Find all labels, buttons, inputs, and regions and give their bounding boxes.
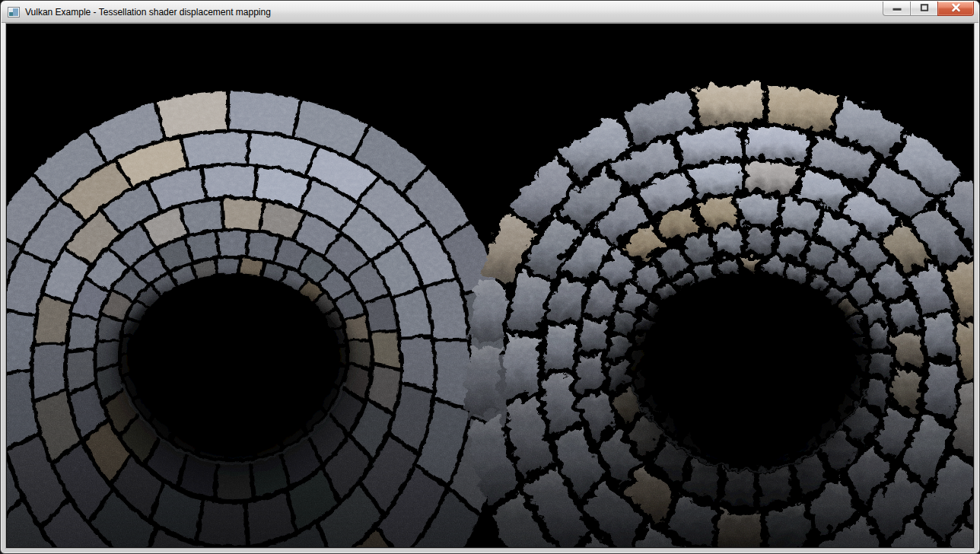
close-icon	[951, 2, 961, 15]
minimize-icon	[892, 2, 902, 15]
titlebar[interactable]: Vulkan Example - Tessellation shader dis…	[2, 2, 978, 23]
app-icon	[8, 6, 20, 18]
scene-canvas	[7, 24, 973, 547]
maximize-icon	[920, 2, 929, 15]
close-button[interactable]	[937, 2, 974, 16]
minimize-button[interactable]	[883, 2, 911, 16]
window-title: Vulkan Example - Tessellation shader dis…	[25, 7, 271, 18]
maximize-button[interactable]	[910, 2, 938, 16]
window-controls	[883, 2, 974, 16]
stone-mottle-overlay	[7, 24, 973, 547]
app-window: Vulkan Example - Tessellation shader dis…	[0, 0, 980, 554]
render-viewport[interactable]	[6, 24, 974, 548]
